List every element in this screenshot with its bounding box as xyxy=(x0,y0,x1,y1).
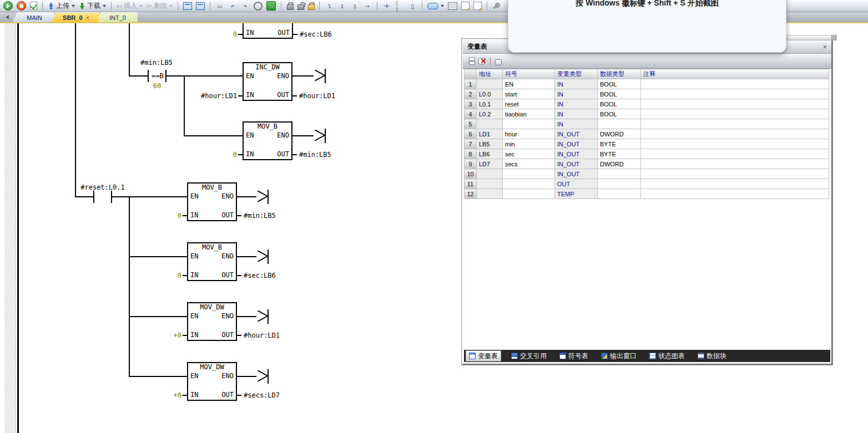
cell-symbol[interactable]: start xyxy=(503,89,555,99)
program-block-button[interactable] xyxy=(182,1,193,11)
cell-address[interactable]: LD7 xyxy=(477,159,503,169)
cell-address[interactable]: LB5 xyxy=(477,139,503,149)
cell-symbol[interactable]: min xyxy=(503,139,555,149)
cell-comment[interactable] xyxy=(641,119,829,129)
unlock-button[interactable] xyxy=(296,1,305,11)
contact-operator[interactable]: ==B xyxy=(150,72,165,80)
junction-down-button[interactable]: ↧ xyxy=(336,1,347,11)
frame-button[interactable]: ▭ xyxy=(214,1,225,11)
row-number[interactable]: 3 xyxy=(465,99,477,109)
open-branch-arrow[interactable] xyxy=(256,369,269,384)
run-mode-button[interactable]: → xyxy=(265,1,277,11)
row-number[interactable]: 11 xyxy=(465,179,477,189)
program-block2-button[interactable] xyxy=(195,1,206,11)
tab-scroll-left-icon[interactable] xyxy=(6,15,9,19)
download-button[interactable]: 下载 xyxy=(78,1,107,11)
edit-table-button[interactable] xyxy=(472,1,483,11)
cell-comment[interactable] xyxy=(641,89,829,99)
col-header-address[interactable]: 地址 xyxy=(477,69,503,79)
open-branch-arrow[interactable] xyxy=(256,249,269,264)
redo-button[interactable]: ↷ xyxy=(240,1,251,11)
ladder-block-movb[interactable]: MOV_B EN ENO IN OUT xyxy=(187,242,237,281)
row-number[interactable]: 4 xyxy=(465,109,477,119)
ladder-block-movdw[interactable]: MOV_DW EN ENO IN OUT xyxy=(187,362,237,401)
row-number[interactable]: 6 xyxy=(465,129,477,139)
ladder-block-movdw[interactable]: MOV_DW EN ENO IN OUT xyxy=(187,302,237,341)
insert-box-button[interactable]: ▯ xyxy=(407,1,418,11)
cell-datatype[interactable]: DWORD xyxy=(598,129,641,139)
open-branch-arrow[interactable] xyxy=(314,129,326,143)
cell-datatype[interactable]: BYTE xyxy=(598,149,641,159)
row-number[interactable]: 9 xyxy=(465,159,477,169)
timestamp-button[interactable] xyxy=(253,1,264,11)
bottom-tab-symbol-table[interactable]: 符号表 xyxy=(557,351,591,361)
cell-vartype[interactable]: IN xyxy=(555,119,598,129)
cell-vartype[interactable]: TEMP xyxy=(555,189,598,199)
ladder-block-movb[interactable]: MOV_B EN ENO IN OUT xyxy=(187,182,237,221)
tab-main[interactable]: MAIN xyxy=(12,12,54,22)
corner-cell[interactable] xyxy=(465,69,477,79)
cell-datatype[interactable]: BOOL xyxy=(598,79,641,89)
tab-int0[interactable]: INT_0 xyxy=(95,12,138,22)
bottom-tab-output-window[interactable]: 输出窗口 xyxy=(598,351,639,361)
insert-row-button[interactable]: ← xyxy=(466,57,475,65)
bottom-tab-status-chart[interactable]: 状态图表 xyxy=(647,351,688,361)
cell-address[interactable] xyxy=(477,79,503,89)
cell-vartype[interactable]: IN_OUT xyxy=(555,129,598,139)
row-number[interactable]: 1 xyxy=(465,79,477,89)
tab-close-icon[interactable]: × xyxy=(86,14,89,21)
line-down-button[interactable]: ↴ xyxy=(324,1,335,11)
cell-address[interactable] xyxy=(477,119,503,129)
undo-button[interactable]: ↶ xyxy=(227,1,238,11)
cell-address[interactable]: L0.0 xyxy=(477,89,503,99)
row-number[interactable]: 7 xyxy=(465,139,477,149)
insert-button[interactable]: ↤ 插入 xyxy=(115,1,144,11)
cell-comment[interactable] xyxy=(641,149,829,159)
cell-comment[interactable] xyxy=(641,179,829,189)
col-header-symbol[interactable]: 符号 xyxy=(503,69,555,79)
cell-symbol[interactable]: reset xyxy=(503,99,555,109)
panel-close-icon[interactable]: × xyxy=(822,43,827,51)
bottom-tab-data-block[interactable]: 数据块 xyxy=(695,351,729,361)
ladder-block-top[interactable]: IN OUT xyxy=(243,23,293,39)
cell-vartype[interactable]: IN_OUT xyxy=(555,139,598,149)
cell-datatype[interactable] xyxy=(598,189,641,199)
cell-comment[interactable] xyxy=(641,79,829,89)
cell-datatype[interactable]: BOOL xyxy=(598,89,641,99)
compile-button[interactable] xyxy=(29,1,38,11)
junction-up-button[interactable]: ↥ xyxy=(349,1,360,11)
upload-button[interactable]: 上传 xyxy=(47,1,76,11)
cell-symbol[interactable] xyxy=(503,189,555,199)
open-branch-arrow[interactable] xyxy=(256,309,269,324)
bottom-tab-cross-reference[interactable]: 交叉引用 xyxy=(508,351,549,361)
run-button[interactable] xyxy=(2,1,14,11)
row-number[interactable]: 12 xyxy=(465,189,477,199)
cell-vartype[interactable]: IN xyxy=(555,79,598,89)
cell-symbol[interactable]: sec xyxy=(503,149,555,159)
cell-address[interactable] xyxy=(477,179,503,189)
cell-comment[interactable] xyxy=(641,189,829,199)
cell-symbol[interactable] xyxy=(503,169,555,179)
col-header-datatype[interactable]: 数据类型 xyxy=(598,69,641,79)
insert-contact-button[interactable]: ⊣⊢ xyxy=(381,1,392,11)
cell-comment[interactable] xyxy=(641,159,829,169)
cell-address[interactable] xyxy=(477,189,503,199)
cell-datatype[interactable] xyxy=(598,179,641,189)
snip-notification[interactable]: 按 Windows 徽标键 + Shift + S 开始截图 xyxy=(508,0,786,53)
cell-comment[interactable] xyxy=(641,99,829,109)
cell-datatype[interactable] xyxy=(598,169,641,179)
open-branch-arrow[interactable] xyxy=(314,69,326,83)
lock-button[interactable] xyxy=(285,1,294,11)
edit-note-button[interactable] xyxy=(460,1,471,11)
col-header-vartype[interactable]: 变量类型 xyxy=(555,69,598,79)
row-number[interactable]: 2 xyxy=(465,89,477,99)
cell-comment[interactable] xyxy=(641,109,829,119)
addressing-button[interactable] xyxy=(426,1,445,11)
stop-button[interactable] xyxy=(16,1,27,11)
cell-comment[interactable] xyxy=(641,169,829,179)
cell-datatype[interactable]: BOOL xyxy=(598,109,641,119)
cell-vartype[interactable]: IN_OUT xyxy=(555,159,598,169)
cell-vartype[interactable]: IN xyxy=(555,109,598,119)
tab-sbr0[interactable]: SBR_0× xyxy=(51,12,99,22)
cell-symbol[interactable]: EN xyxy=(503,79,555,89)
